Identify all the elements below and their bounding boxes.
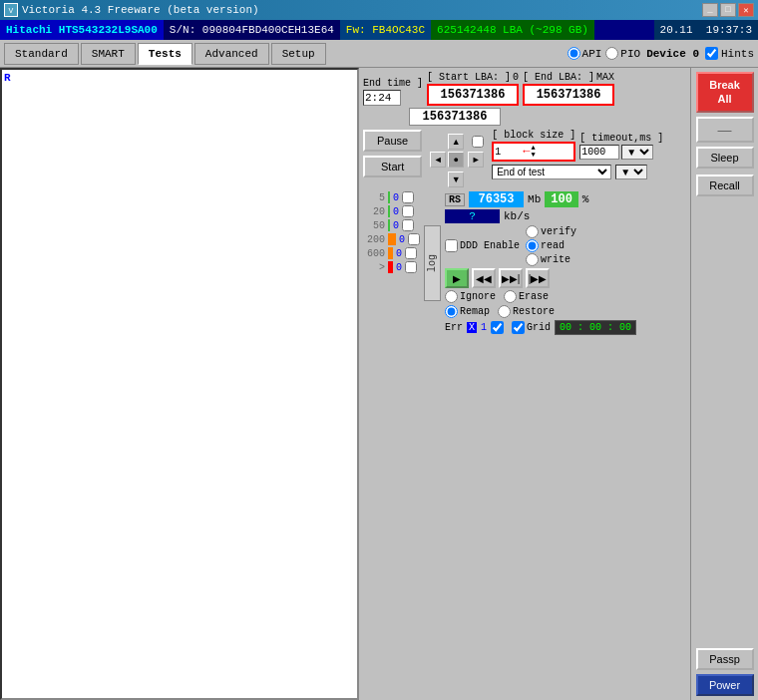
ignore-radio-label[interactable]: Ignore — [445, 290, 496, 303]
end-lba-label: [ End LBA: ] — [523, 72, 594, 83]
read-radio-label[interactable]: read — [526, 239, 576, 252]
time-info: 20.11 19:37:3 — [654, 20, 758, 40]
start-button[interactable]: Start — [363, 156, 422, 177]
sector-5-checkbox[interactable] — [402, 191, 414, 203]
sector-5-bar — [388, 191, 390, 203]
app-title: Victoria 4.3 Freeware (beta version) — [22, 4, 259, 16]
arrow-center-button[interactable]: ● — [448, 152, 464, 168]
minimize-button[interactable]: _ — [702, 3, 718, 17]
skip-forward-button[interactable]: ▶▶| — [499, 268, 523, 288]
lba-display: 156371386 — [409, 108, 501, 126]
log-label: log — [424, 225, 441, 301]
err-label: Err — [445, 322, 463, 333]
hints-checkbox-label[interactable]: Hints — [705, 47, 754, 60]
firmware: Fw: FB4OC43C — [340, 20, 431, 40]
sector-gt-checkbox[interactable] — [405, 261, 417, 273]
sector-600-label: 600 — [363, 248, 385, 259]
timeout-select[interactable]: ▼ — [621, 145, 653, 160]
api-radio[interactable] — [568, 47, 580, 60]
tab-setup[interactable]: Setup — [271, 43, 326, 65]
sector-200-count: 0 — [399, 234, 405, 245]
sector-50-count: 0 — [393, 220, 399, 231]
tab-standard[interactable]: Standard — [4, 43, 79, 65]
sleep-button[interactable]: Sleep — [696, 147, 754, 169]
log-area: R — [0, 68, 359, 700]
block-size-down[interactable]: ▼ — [531, 152, 535, 159]
rs-button[interactable]: RS — [445, 193, 465, 206]
sector-200-bar — [388, 233, 396, 245]
maximize-button[interactable]: □ — [720, 3, 736, 17]
ignore-radio[interactable] — [445, 290, 458, 303]
read-radio[interactable] — [526, 239, 539, 252]
remap-radio[interactable] — [445, 305, 458, 318]
sector-gt-bar — [388, 261, 393, 273]
ddd-enable-label[interactable]: DDD Enable — [445, 239, 520, 252]
api-radio-label[interactable]: API — [568, 47, 602, 60]
sector-20-label: 20 — [363, 206, 385, 217]
percent-label: % — [582, 193, 589, 205]
arrow-down-button[interactable]: ▼ — [448, 172, 464, 187]
arrows-checkbox[interactable] — [472, 136, 484, 148]
menu-bar: Standard SMART Tests Advanced Setup API … — [0, 40, 758, 68]
end-test-select[interactable]: End of test — [492, 165, 611, 179]
sector-20-checkbox[interactable] — [402, 205, 414, 217]
r-label: R — [4, 72, 11, 84]
pio-radio-label[interactable]: PIO — [605, 47, 640, 60]
sector-600-checkbox[interactable] — [405, 247, 417, 259]
ddd-checkbox[interactable] — [445, 239, 458, 252]
verify-radio-label[interactable]: verify — [526, 225, 576, 238]
device-label: Device 0 — [646, 48, 699, 60]
grid-label[interactable]: Grid — [512, 321, 551, 334]
erase-radio[interactable] — [504, 290, 517, 303]
tab-smart[interactable]: SMART — [81, 43, 136, 65]
pause-button[interactable]: Pause — [363, 130, 422, 152]
close-button[interactable]: ✕ — [738, 3, 754, 17]
skip-end-button[interactable]: |▶▶ — [526, 268, 550, 288]
block-size-input[interactable] — [495, 147, 523, 158]
start-lba-zero: 0 — [513, 72, 519, 83]
sector-200-checkbox[interactable] — [408, 233, 420, 245]
sector-5-count: 0 — [393, 192, 399, 203]
start-lba-input[interactable] — [427, 84, 519, 106]
app-icon: V — [4, 3, 18, 17]
mb-value: 76353 — [469, 191, 524, 207]
hints-checkbox[interactable] — [705, 47, 718, 60]
break-all-button[interactable]: BreakAll — [696, 72, 754, 113]
sector-50-bar — [388, 219, 390, 231]
drive-name: Hitachi HTS543232L9SA00 — [0, 20, 164, 40]
restore-radio[interactable] — [498, 305, 511, 318]
title-bar: V Victoria 4.3 Freeware (beta version) _… — [0, 0, 758, 20]
write-radio-label[interactable]: write — [526, 253, 576, 266]
sector-50-checkbox[interactable] — [402, 219, 414, 231]
grid-checkbox[interactable] — [512, 321, 525, 334]
write-radio[interactable] — [526, 253, 539, 266]
end-time-input[interactable] — [363, 90, 401, 106]
arrow-right-button[interactable]: ► — [468, 152, 484, 168]
lba-info: 625142448 LBA (~298 GB) — [431, 20, 594, 40]
restore-radio-label[interactable]: Restore — [498, 305, 555, 318]
dash-button[interactable]: — — [696, 117, 754, 143]
sector-50-label: 50 — [363, 220, 385, 231]
remap-radio-label[interactable]: Remap — [445, 305, 490, 318]
arrow-left-button[interactable]: ◄ — [430, 152, 446, 168]
err-checkbox[interactable] — [491, 321, 504, 334]
end-lba-max: MAX — [596, 72, 614, 83]
sector-600-count: 0 — [396, 248, 402, 259]
play-button[interactable]: ▶ — [445, 268, 469, 288]
power-button[interactable]: Power — [696, 674, 754, 696]
erase-radio-label[interactable]: Erase — [504, 290, 549, 303]
rewind-button[interactable]: ◀◀ — [472, 268, 496, 288]
passp-button[interactable]: Passp — [696, 648, 754, 670]
verify-radio[interactable] — [526, 225, 539, 238]
recall-button[interactable]: Recall — [696, 175, 754, 196]
side-panel: BreakAll — Sleep Recall Passp Power — [690, 68, 758, 700]
timeout-input[interactable] — [579, 145, 619, 160]
tab-tests[interactable]: Tests — [138, 43, 192, 65]
pio-radio[interactable] — [605, 47, 618, 60]
end-test-arrow[interactable]: ▼ — [615, 165, 647, 179]
tab-advanced[interactable]: Advanced — [194, 43, 269, 65]
block-size-label: [ block size ] — [492, 130, 575, 141]
arrow-up-button[interactable]: ▲ — [448, 134, 464, 150]
grid-display: 00 : 00 : 00 — [555, 320, 636, 335]
end-lba-input[interactable] — [523, 84, 614, 106]
